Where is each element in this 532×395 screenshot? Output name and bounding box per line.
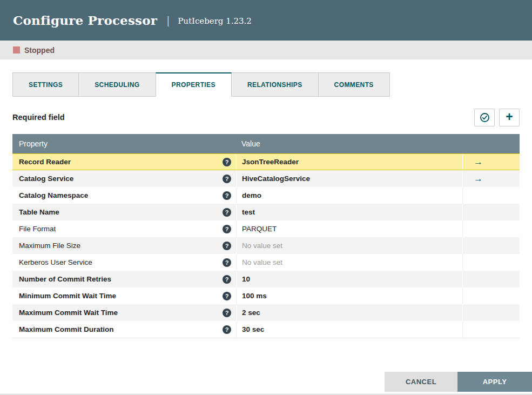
property-name: Maximum Commit Wait Time	[19, 309, 118, 317]
table-row[interactable]: Record Reader ? JsonTreeReader →	[12, 153, 520, 170]
dialog-title: Configure Processor	[13, 13, 157, 28]
property-value: 100 ms	[242, 292, 267, 300]
property-value: 10	[242, 275, 250, 283]
tab-label: SCHEDULING	[95, 81, 139, 89]
table-row[interactable]: Minimum Commit Wait Time ? 100 ms	[12, 287, 520, 304]
help-icon[interactable]: ?	[223, 292, 231, 300]
tab-settings[interactable]: SETTINGS	[12, 72, 79, 97]
tab-relationships[interactable]: RELATIONSHIPS	[231, 72, 319, 97]
property-name: Number of Commit Retries	[19, 275, 111, 283]
configure-processor-dialog: Configure Processor | PutIceberg 1.23.2 …	[0, 0, 532, 394]
table-row[interactable]: File Format ? PARQUET	[12, 220, 520, 237]
required-field-label: Required field	[12, 113, 65, 122]
property-value: PARQUET	[242, 225, 277, 233]
help-icon[interactable]: ?	[223, 191, 231, 200]
go-to-cell	[462, 321, 520, 338]
add-property-button[interactable]: +	[499, 109, 520, 126]
value-cell[interactable]: No value set	[236, 254, 462, 271]
property-value: No value set	[242, 258, 282, 266]
value-cell[interactable]: No value set	[236, 237, 462, 254]
property-cell: File Format ?	[12, 220, 236, 237]
property-value: test	[242, 208, 255, 216]
go-to-cell: →	[462, 170, 520, 187]
dialog-header: Configure Processor | PutIceberg 1.23.2	[0, 0, 532, 41]
property-value: 2 sec	[242, 309, 260, 317]
value-cell[interactable]: 30 sec	[236, 321, 462, 338]
property-value: JsonTreeReader	[242, 158, 299, 166]
go-to-cell	[462, 204, 520, 220]
tab-properties[interactable]: PROPERTIES	[156, 72, 232, 97]
property-cell: Maximum Commit Wait Time ?	[12, 304, 236, 321]
go-to-service-icon[interactable]: →	[474, 174, 483, 183]
tab-bar: SETTINGS SCHEDULING PROPERTIES RELATIONS…	[12, 72, 520, 97]
help-icon[interactable]: ?	[223, 242, 231, 250]
property-cell: Maximum File Size ?	[12, 237, 236, 254]
value-column-header: Value	[236, 139, 520, 148]
property-value: demo	[242, 191, 261, 199]
property-cell: Catalog Namespace ?	[12, 187, 236, 204]
go-to-cell	[462, 271, 520, 287]
tab-label: PROPERTIES	[172, 81, 216, 89]
property-cell: Record Reader ?	[12, 154, 236, 170]
go-to-cell	[462, 237, 520, 254]
status-label: Stopped	[24, 46, 55, 55]
value-cell[interactable]: test	[236, 204, 462, 220]
property-name: Maximum File Size	[19, 242, 80, 250]
tab-label: COMMENTS	[334, 81, 374, 89]
cancel-button[interactable]: CANCEL	[385, 372, 457, 392]
table-row[interactable]: Catalog Service ? HiveCatalogService →	[12, 170, 520, 187]
status-bar: Stopped	[0, 41, 532, 59]
value-cell[interactable]: demo	[236, 187, 462, 204]
toolbar-buttons: +	[474, 109, 520, 126]
value-cell[interactable]: JsonTreeReader	[236, 154, 462, 170]
property-name: Table Name	[19, 208, 59, 216]
title-separator: |	[166, 15, 170, 26]
property-cell: Maximum Commit Duration ?	[12, 321, 236, 338]
table-header-row: Property Value	[12, 134, 520, 153]
go-to-service-icon[interactable]: →	[474, 157, 483, 166]
table-body: Record Reader ? JsonTreeReader → Catalog…	[12, 153, 520, 338]
help-icon[interactable]: ?	[223, 225, 231, 233]
table-row[interactable]: Table Name ? test	[12, 204, 520, 220]
value-cell[interactable]: 10	[236, 271, 462, 287]
table-row[interactable]: Number of Commit Retries ? 10	[12, 271, 520, 287]
property-cell: Catalog Service ?	[12, 170, 236, 187]
value-cell[interactable]: 2 sec	[236, 304, 462, 321]
tab-comments[interactable]: COMMENTS	[318, 72, 390, 97]
value-cell[interactable]: HiveCatalogService	[236, 170, 462, 187]
property-cell: Number of Commit Retries ?	[12, 271, 236, 287]
verify-properties-button[interactable]	[474, 109, 495, 126]
table-row[interactable]: Catalog Namespace ? demo	[12, 187, 520, 204]
processor-name-version: PutIceberg 1.23.2	[178, 15, 252, 26]
property-name: Catalog Namespace	[19, 191, 88, 199]
table-row[interactable]: Maximum File Size ? No value set	[12, 237, 520, 254]
plus-icon: +	[506, 111, 513, 123]
help-icon[interactable]: ?	[223, 158, 231, 166]
table-row[interactable]: Maximum Commit Duration ? 30 sec	[12, 321, 520, 338]
property-name: Catalog Service	[19, 175, 73, 183]
help-icon[interactable]: ?	[223, 309, 231, 317]
go-to-cell	[462, 220, 520, 237]
property-cell: Minimum Commit Wait Time ?	[12, 287, 236, 304]
property-value: HiveCatalogService	[242, 175, 310, 183]
go-to-cell	[462, 254, 520, 271]
property-column-header: Property	[12, 139, 236, 148]
table-row[interactable]: Kerberos User Service ? No value set	[12, 254, 520, 271]
apply-button[interactable]: APPLY	[457, 372, 532, 392]
help-icon[interactable]: ?	[223, 208, 231, 217]
dialog-content: SETTINGS SCHEDULING PROPERTIES RELATIONS…	[0, 72, 532, 338]
help-icon[interactable]: ?	[223, 175, 231, 183]
help-icon[interactable]: ?	[223, 325, 231, 334]
value-cell[interactable]: 100 ms	[236, 287, 462, 304]
dialog-footer: CANCEL APPLY	[385, 372, 532, 392]
property-cell: Kerberos User Service ?	[12, 254, 236, 271]
property-cell: Table Name ?	[12, 204, 236, 220]
table-row[interactable]: Maximum Commit Wait Time ? 2 sec	[12, 304, 520, 321]
go-to-cell: →	[462, 154, 520, 170]
tab-scheduling[interactable]: SCHEDULING	[78, 72, 156, 97]
property-name: File Format	[19, 225, 56, 233]
stopped-status-icon	[13, 46, 20, 53]
help-icon[interactable]: ?	[223, 258, 231, 267]
help-icon[interactable]: ?	[223, 275, 231, 284]
value-cell[interactable]: PARQUET	[236, 220, 462, 237]
